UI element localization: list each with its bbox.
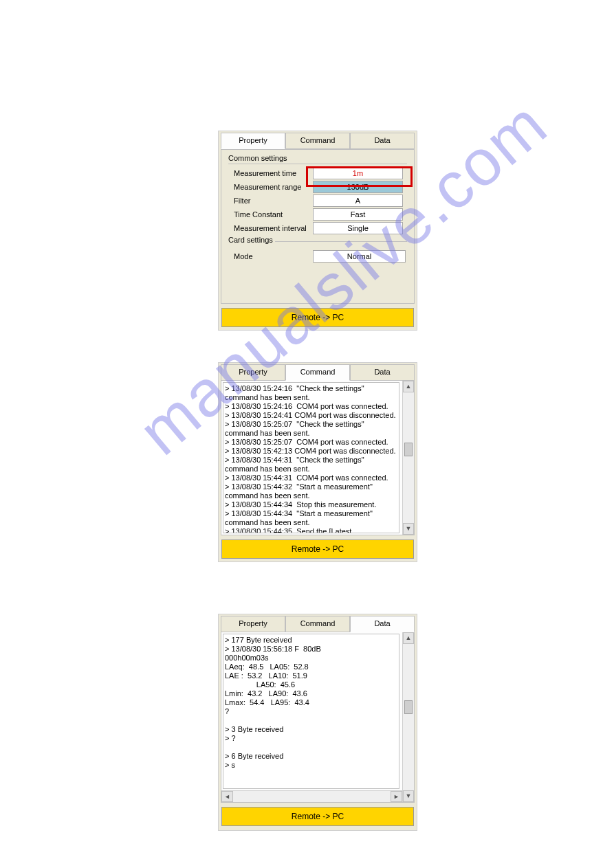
label-measurement-interval: Measurement interval	[234, 224, 313, 232]
scroll-down-icon[interactable]: ▼	[403, 790, 414, 802]
tab-strip: Property Command Data	[221, 133, 415, 149]
scroll-up-icon[interactable]: ▲	[403, 632, 414, 644]
value-measurement-range[interactable]: 130dB	[313, 181, 403, 193]
common-settings-title: Common settings	[226, 153, 410, 164]
row-measurement-interval: Measurement interval Single	[228, 222, 407, 236]
value-measurement-interval[interactable]: Single	[313, 222, 403, 234]
vertical-scrollbar[interactable]: ▲ ▼	[402, 381, 414, 535]
command-log[interactable]: > 13/08/30 15:24:16 "Check the settings"…	[223, 382, 399, 533]
card-settings-title: Card settings	[228, 236, 275, 244]
value-filter[interactable]: A	[313, 194, 403, 207]
row-measurement-range: Measurement range 130dB	[228, 181, 407, 194]
common-settings-group: Measurement time 1m Measurement range 13…	[228, 164, 407, 236]
tab-property[interactable]: Property	[221, 133, 285, 149]
tab-strip: Property Command Data	[221, 364, 415, 381]
command-tab-body: > 13/08/30 15:24:16 "Check the settings"…	[221, 381, 415, 535]
label-mode: Mode	[234, 252, 313, 260]
value-time-constant[interactable]: Fast	[313, 208, 403, 221]
tab-property[interactable]: Property	[221, 364, 285, 381]
remote-to-pc-button[interactable]: Remote -> PC	[221, 308, 414, 327]
row-mode: Mode Normal	[226, 250, 410, 264]
data-log[interactable]: > 177 Byte received > 13/08/30 15:56:18 …	[223, 634, 399, 789]
row-filter: Filter A	[228, 194, 407, 208]
label-measurement-time: Measurement time	[234, 169, 313, 177]
card-settings-header: Card settings	[228, 241, 407, 250]
row-measurement-time: Measurement time 1m	[228, 167, 407, 181]
tab-command[interactable]: Command	[285, 133, 350, 149]
vertical-scrollbar[interactable]: ▲ ▼	[402, 632, 414, 802]
tab-data[interactable]: Data	[350, 133, 415, 149]
tab-command[interactable]: Command	[285, 364, 350, 381]
property-tab-body: Common settings Measurement time 1m Meas…	[221, 149, 415, 304]
label-filter: Filter	[234, 197, 313, 205]
settings-panel-data: Property Command Data > 177 Byte receive…	[218, 614, 417, 831]
scroll-up-icon[interactable]: ▲	[403, 381, 414, 392]
horizontal-scrollbar[interactable]: ◄ ►	[221, 790, 402, 802]
scroll-thumb[interactable]	[404, 443, 413, 456]
label-measurement-range: Measurement range	[234, 183, 313, 191]
tab-strip: Property Command Data	[221, 616, 415, 632]
row-time-constant: Time Constant Fast	[228, 208, 407, 222]
value-measurement-time[interactable]: 1m	[313, 167, 403, 179]
data-tab-body: > 177 Byte received > 13/08/30 15:56:18 …	[221, 632, 415, 803]
scroll-down-icon[interactable]: ▼	[403, 523, 414, 535]
scroll-thumb[interactable]	[404, 700, 413, 714]
remote-to-pc-button[interactable]: Remote -> PC	[221, 807, 414, 826]
label-time-constant: Time Constant	[234, 210, 313, 219]
scroll-left-icon[interactable]: ◄	[221, 791, 233, 802]
tab-data[interactable]: Data	[350, 364, 415, 381]
value-mode[interactable]: Normal	[313, 250, 406, 263]
tab-command[interactable]: Command	[285, 616, 350, 632]
scroll-right-icon[interactable]: ►	[391, 791, 402, 802]
tab-data[interactable]: Data	[350, 616, 415, 632]
settings-panel-command: Property Command Data > 13/08/30 15:24:1…	[218, 362, 417, 562]
settings-panel-property: Property Command Data Common settings Me…	[218, 131, 417, 331]
tab-property[interactable]: Property	[221, 616, 285, 632]
remote-to-pc-button[interactable]: Remote -> PC	[221, 539, 414, 559]
